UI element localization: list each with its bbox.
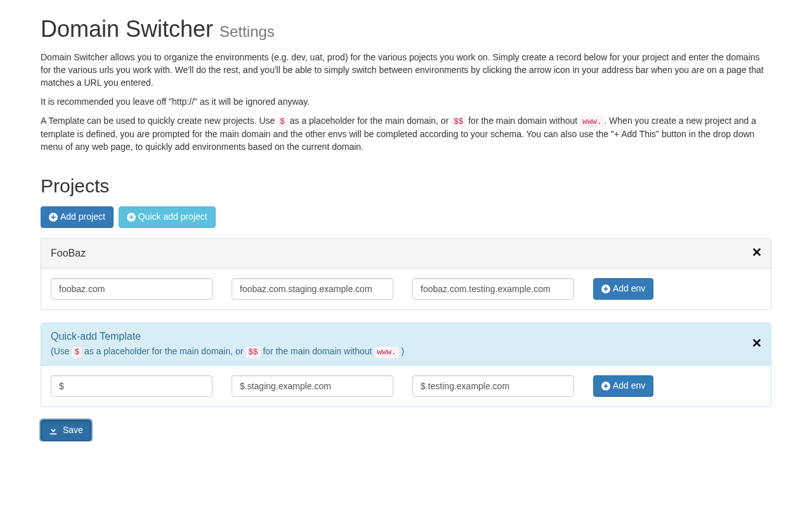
delete-project-button[interactable] (752, 245, 761, 262)
intro-text: as a placeholder for the main domain, or (287, 116, 451, 126)
save-label: Save (63, 424, 83, 437)
plus-circle-icon (601, 284, 610, 293)
placeholder-code-www: www. (374, 347, 398, 358)
quick-add-project-label: Quick add project (138, 211, 207, 224)
intro-text: for the main domain without (466, 116, 580, 126)
template-panel-body: Add env (41, 366, 771, 406)
add-project-button[interactable]: Add project (41, 206, 114, 228)
plus-circle-icon (601, 382, 610, 391)
intro-paragraph-2: It is recommended you leave off "http://… (41, 96, 771, 109)
project-panel-heading: FooBaz (41, 239, 771, 269)
hint-text: for the main domain without (261, 346, 375, 356)
env-input[interactable] (51, 278, 213, 300)
template-hint: (Use $ as a placeholder for the main dom… (51, 345, 746, 359)
env-input[interactable] (232, 278, 393, 300)
intro-paragraph-3: A Template can be used to quickly create… (41, 115, 771, 154)
placeholder-code-double-dollar: $$ (246, 347, 260, 358)
add-env-button[interactable]: Add env (593, 278, 653, 300)
add-env-label: Add env (613, 380, 645, 392)
template-panel: Quick-add Template (Use $ as a placehold… (41, 323, 771, 407)
env-input[interactable] (412, 278, 574, 300)
save-button[interactable]: Save (41, 420, 91, 441)
page-title: Domain Switcher Settings (41, 13, 771, 45)
placeholder-code-dollar: $ (277, 116, 287, 128)
project-name: FooBaz (51, 246, 746, 261)
add-template-env-button[interactable]: Add env (593, 375, 653, 397)
close-icon (752, 248, 761, 257)
template-env-input[interactable] (51, 375, 213, 397)
title-sub: Settings (219, 23, 275, 40)
template-title: Quick-add Template (51, 331, 141, 342)
add-project-label: Add project (60, 211, 105, 224)
plus-circle-icon (49, 213, 58, 222)
quick-add-project-button[interactable]: Quick add project (119, 206, 216, 228)
project-panel: FooBaz Add env (41, 238, 771, 310)
close-icon (752, 338, 761, 347)
intro-paragraph-1: Domain Switcher allows you to organize t… (41, 51, 771, 90)
template-env-input[interactable] (412, 375, 574, 397)
plus-circle-icon (127, 213, 136, 222)
add-env-label: Add env (613, 283, 645, 295)
placeholder-code-www: www. (580, 116, 604, 128)
placeholder-code-dollar: $ (72, 347, 82, 358)
projects-heading: Projects (41, 173, 771, 200)
download-icon (49, 426, 58, 435)
title-main: Domain Switcher (41, 16, 213, 42)
delete-template-button[interactable] (752, 336, 761, 352)
project-panel-body: Add env (41, 269, 771, 309)
hint-text: as a placeholder for the main domain, or (82, 346, 246, 356)
placeholder-code-double-dollar: $$ (451, 116, 466, 128)
template-panel-heading: Quick-add Template (Use $ as a placehold… (41, 323, 771, 366)
hint-text: (Use (51, 346, 72, 356)
hint-text: ) (399, 346, 405, 356)
intro-text: A Template can be used to quickly create… (41, 116, 277, 126)
template-env-input[interactable] (232, 375, 393, 397)
